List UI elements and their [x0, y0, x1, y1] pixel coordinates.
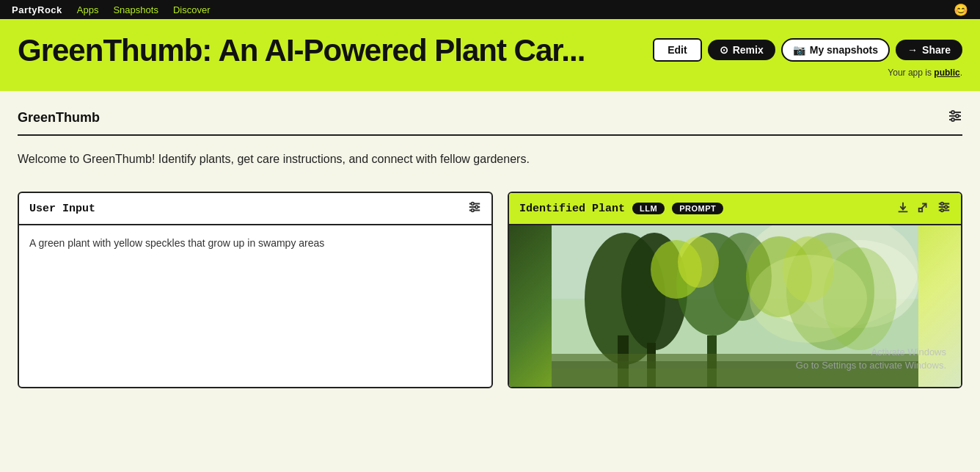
remix-button[interactable]: ⊙ Remix	[708, 40, 775, 60]
export-icon[interactable]	[917, 200, 930, 217]
app-main-title: GreenThumb: An AI-Powered Plant Car...	[18, 34, 585, 68]
app-settings-icon[interactable]	[948, 109, 962, 127]
identified-plant-header: Identified Plant LLM PROMPT	[509, 193, 961, 225]
hero-section: GreenThumb: An AI-Powered Plant Car... E…	[0, 19, 980, 91]
remix-label: Remix	[733, 44, 764, 56]
svg-point-36	[678, 236, 719, 288]
hero-buttons-row: Edit ⊙ Remix 📷 My snapshots → Share	[653, 38, 962, 62]
svg-rect-15	[919, 208, 923, 212]
public-status-text: Your app is public.	[888, 68, 962, 78]
plant-image-area: Activate Windows Go to Settings to activ…	[509, 225, 961, 387]
llm-badge: LLM	[632, 203, 665, 214]
share-button[interactable]: → Share	[896, 40, 962, 60]
user-input-title: User Input	[29, 203, 95, 215]
widgets-row: User Input A green plant with yellow spe…	[18, 192, 962, 388]
user-input-header: User Input	[19, 193, 491, 225]
identified-plant-title: Identified Plant	[519, 203, 625, 215]
svg-point-17	[941, 203, 944, 206]
edit-button[interactable]: Edit	[653, 38, 701, 62]
app-description: Welcome to GreenThumb! Identify plants, …	[18, 150, 962, 168]
navbar: PartyRock Apps Snapshots Discover 😊	[0, 0, 980, 19]
svg-point-7	[472, 203, 475, 206]
svg-point-5	[951, 118, 954, 121]
plant-header-left: Identified Plant LLM PROMPT	[519, 203, 723, 215]
remix-icon: ⊙	[720, 44, 728, 56]
hero-actions: Edit ⊙ Remix 📷 My snapshots → Share Your…	[653, 34, 962, 78]
main-content: GreenThumb Welcome to GreenThumb! Identi…	[0, 91, 980, 388]
svg-point-39	[750, 255, 867, 343]
share-label: Share	[922, 44, 951, 56]
app-title-row: GreenThumb	[18, 109, 962, 136]
svg-point-19	[945, 206, 948, 208]
identified-plant-card: Identified Plant LLM PROMPT	[508, 192, 962, 388]
svg-point-21	[941, 209, 944, 212]
snapshots-icon: 📷	[793, 44, 805, 56]
user-input-card: User Input A green plant with yellow spe…	[18, 192, 493, 388]
my-snapshots-label: My snapshots	[810, 44, 878, 56]
nav-apps[interactable]: Apps	[77, 4, 99, 15]
prompt-badge: PROMPT	[672, 203, 723, 214]
user-input-body: A green plant with yellow speckles that …	[19, 225, 491, 261]
app-name-label: GreenThumb	[18, 110, 100, 126]
plant-header-actions	[896, 200, 951, 217]
brand-logo[interactable]: PartyRock	[12, 4, 62, 15]
plant-settings-icon[interactable]	[937, 200, 951, 217]
svg-point-3	[956, 115, 959, 117]
download-icon[interactable]	[896, 200, 910, 217]
svg-point-11	[472, 209, 475, 212]
nav-discover[interactable]: Discover	[173, 4, 211, 15]
my-snapshots-button[interactable]: 📷 My snapshots	[781, 38, 890, 62]
svg-point-1	[951, 111, 954, 114]
watermark-text: Activate Windows Go to Settings to activ…	[796, 346, 946, 372]
public-link[interactable]: public	[934, 68, 959, 78]
user-input-text: A green plant with yellow speckles that …	[29, 236, 481, 251]
user-input-settings-icon[interactable]	[468, 200, 481, 217]
nav-snapshots[interactable]: Snapshots	[113, 4, 158, 15]
svg-point-9	[475, 206, 478, 208]
user-avatar-emoji[interactable]: 😊	[954, 3, 968, 17]
share-arrow-icon: →	[907, 44, 918, 56]
